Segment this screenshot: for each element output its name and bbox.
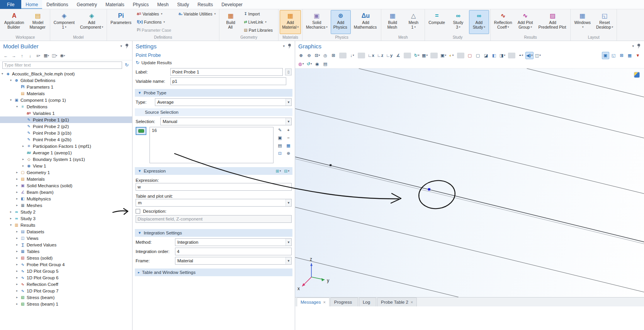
select-entities-icon[interactable]: ▢: [466, 52, 474, 59]
tree-expander-icon[interactable]: ▸: [15, 302, 19, 306]
label-note-button[interactable]: ▯: [285, 68, 292, 75]
update-plot-icon[interactable]: ↻▾: [413, 52, 420, 59]
livelink-button[interactable]: ⇄ LiveLink ▾: [241, 18, 268, 26]
tree-expander-icon[interactable]: ▸: [15, 296, 19, 299]
measure-icon[interactable]: ∡: [394, 52, 402, 59]
tree-item-view-1[interactable]: ▸ ◉ View 1: [0, 162, 132, 169]
go-forward-icon[interactable]: →: [10, 52, 17, 59]
menu-tab-materials[interactable]: Materials: [101, 0, 129, 9]
integration-order-input[interactable]: [175, 248, 292, 255]
method-select[interactable]: Integration ▼: [175, 238, 292, 246]
application-builder-button[interactable]: A Application Builder: [2, 10, 26, 34]
tree-expander-icon[interactable]: ▸: [15, 236, 19, 240]
tree-item-stress-solid[interactable]: ▸ ▧ Stress (solid): [0, 255, 132, 261]
tree-item-reflection-coeff[interactable]: ▸ ∿ Reflection Coeff: [0, 281, 132, 287]
tree-item-average-1[interactable]: av Average 1 (aveop1): [0, 149, 132, 156]
tree-item-point-probe-3[interactable]: ✎ Point Probe 3 (p1b): [0, 130, 132, 136]
tree-item-point-probe-1[interactable]: ✎ Point Probe 1 (p1): [0, 116, 132, 123]
hide-entities-icon[interactable]: ◪: [483, 52, 490, 59]
zoom-box-icon[interactable]: ⊡▾: [314, 52, 321, 59]
description-checkbox[interactable]: [136, 209, 140, 214]
tree-item-global-materials[interactable]: ▤ Materials: [0, 90, 132, 97]
panel-menu-icon[interactable]: ▾: [632, 44, 634, 48]
tree-expander-icon[interactable]: ▾: [8, 79, 13, 82]
label-input[interactable]: [170, 68, 283, 76]
menu-tab-definitions[interactable]: Definitions: [42, 0, 72, 9]
tree-expander-icon[interactable]: ▸: [15, 289, 19, 292]
tree-expander-icon[interactable]: ▾: [0, 72, 5, 75]
tree-item-solid-mechanics[interactable]: ▸ ▣ Solid Mechanics (solid): [0, 182, 132, 189]
print-image-icon[interactable]: ▤: [322, 60, 329, 68]
tree-expander-icon[interactable]: ▸: [15, 269, 19, 273]
tree-item-multiphysics[interactable]: ▸ ◧ Multiphysics: [0, 195, 132, 202]
tree-item-beam[interactable]: ▸ ∠ Beam (beam): [0, 189, 132, 195]
parameters-button[interactable]: Pi Parameters: [108, 10, 134, 34]
tree-expander-icon[interactable]: ▸: [8, 210, 13, 214]
tree-expander-icon[interactable]: ▸: [15, 171, 19, 174]
tree-expander-icon[interactable]: ▸: [15, 276, 19, 279]
add-study-button[interactable]: ∞ Add Study▾: [469, 10, 489, 34]
tree-item-probe-plot-group-4[interactable]: ▸ ∿ Probe Plot Group 4: [0, 261, 132, 268]
add-material-button[interactable]: ▦ Add Material▾: [280, 10, 301, 34]
scene-update-icon[interactable]: ↺▾: [306, 60, 313, 68]
close-tab-icon[interactable]: ×: [411, 300, 413, 304]
tree-item-point-probe-2[interactable]: ✎ Point Probe 2 (p2): [0, 123, 132, 130]
tab-progress[interactable]: Progress: [330, 298, 358, 306]
selected-point-marker[interactable]: [428, 188, 430, 190]
tree-expander-icon[interactable]: ▸: [21, 157, 25, 161]
tree-expander-icon[interactable]: ▸: [15, 184, 19, 187]
tree-item-materials[interactable]: ▸ ▤ Materials: [0, 176, 132, 182]
menu-tab-geometry[interactable]: Geometry: [72, 0, 101, 9]
go-back-icon[interactable]: ←: [2, 52, 9, 59]
tree-item-tables[interactable]: ▸ ▦ Tables: [0, 248, 132, 255]
add-mathematics-button[interactable]: Δu Add Mathematics: [352, 10, 380, 34]
tree-item-datasets[interactable]: ▸ ▤ Datasets: [0, 228, 132, 235]
tree-item-1d-plot-group-6[interactable]: ▸ ∿ 1D Plot Group 6: [0, 274, 132, 281]
tree-item-root[interactable]: ▾ ◈ Acoustic_Black_hole.mph (root): [0, 70, 132, 77]
go-to-default-view-icon[interactable]: ◎: [322, 52, 329, 59]
remove-from-selection-icon[interactable]: −: [285, 135, 292, 141]
reflection-coeff-button[interactable]: ∿ Reflection Coeff▾: [492, 10, 515, 34]
refresh-icon[interactable]: ↻: [124, 62, 130, 68]
compute-button[interactable]: = Compute: [426, 10, 447, 34]
tree-item-study-3[interactable]: ▸ ∞ Study 3: [0, 215, 132, 222]
scene-light-icon[interactable]: ◐▾: [448, 52, 455, 59]
tree-item-boundary-system-1[interactable]: ▸ ◇ Boundary System 1 (sys1): [0, 156, 132, 162]
pin-icon[interactable]: [637, 44, 641, 48]
add-predefined-plot-button[interactable]: ▨ Add Predefined Plot: [536, 10, 569, 34]
collapse-tree-icon[interactable]: ▦▾: [43, 52, 50, 59]
move-up-icon[interactable]: ↑: [19, 52, 25, 59]
tree-item-1d-plot-group-5[interactable]: ▸ ∿ 1D Plot Group 5: [0, 268, 132, 274]
section-expression[interactable]: ▼ Expression ⊞▾ ⊟▾: [135, 167, 292, 175]
menu-tab-results[interactable]: Results: [193, 0, 217, 9]
camera-icon[interactable]: ◉: [314, 60, 321, 68]
part-libraries-button[interactable]: ▤ Part Libraries: [241, 26, 277, 34]
move-down-icon[interactable]: ↓: [27, 52, 34, 59]
tree-expander-icon[interactable]: ▸: [21, 144, 25, 148]
add-plot-group-button[interactable]: ∿ Add Plot Group▾: [515, 10, 535, 34]
zoom-to-selection-icon[interactable]: ⊡: [277, 150, 283, 156]
update-results-button[interactable]: ↻ Update Results: [133, 59, 295, 67]
tree-item-component-1[interactable]: ▾ ▣ Component 1 (comp 1): [0, 97, 132, 103]
tree-expander-icon[interactable]: ▸: [15, 243, 19, 246]
copy-selection-icon[interactable]: ▣: [277, 135, 283, 141]
reset-filters-icon[interactable]: ▼: [634, 52, 642, 59]
replace-expression-button[interactable]: ⊟▾: [284, 169, 289, 174]
study-3-button[interactable]: ∞ Study 3▾: [448, 10, 468, 34]
selection-list[interactable]: 16: [150, 127, 274, 163]
zoom-out-icon[interactable]: ⊖: [306, 52, 313, 59]
insert-expression-button[interactable]: ⊞▾: [276, 169, 281, 174]
build-all-button[interactable]: ▦ Build All: [221, 10, 241, 34]
file-menu-button[interactable]: File: [0, 0, 21, 9]
tree-item-geometry-1[interactable]: ▸ ▢ Geometry 1: [0, 169, 132, 176]
close-tab-icon[interactable]: ×: [323, 300, 325, 304]
menu-tab-home[interactable]: Home: [21, 0, 42, 9]
tree-item-definitions[interactable]: ▾ ≡ Definitions: [0, 103, 132, 110]
tree-item-stress-beam-1[interactable]: ▸ ▧ Stress (beam) 1: [0, 301, 132, 307]
tree-item-study-2[interactable]: ▸ ∞ Study 2: [0, 209, 132, 215]
active-selection-toggle[interactable]: [136, 127, 146, 135]
menu-tab-mesh[interactable]: Mesh: [153, 0, 173, 9]
tree-expander-icon[interactable]: ▸: [21, 164, 25, 168]
tree-item-views[interactable]: ▸ ◫ Views: [0, 235, 132, 241]
tree-expander-icon[interactable]: ▸: [15, 256, 19, 260]
